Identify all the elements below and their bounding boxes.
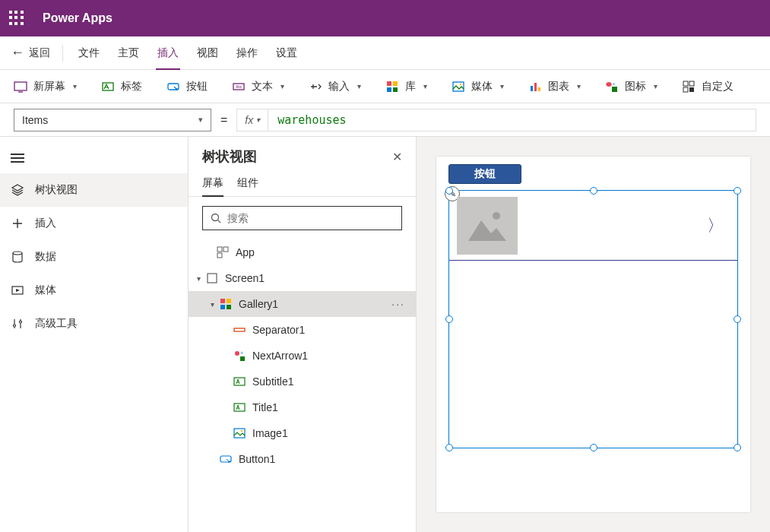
chevron-down-icon: ▾ (654, 82, 658, 90)
svg-rect-26 (223, 247, 228, 252)
menu-view[interactable]: 视图 (188, 36, 227, 70)
tree-node-separator1[interactable]: Separator1 (189, 317, 416, 343)
tree-search[interactable] (202, 206, 402, 230)
tree-node-screen1[interactable]: ▾ Screen1 (189, 265, 416, 291)
ribbon-media[interactable]: 媒体▾ (452, 80, 504, 93)
left-nav: 树状视图 插入 数据 媒体 高级工具 (0, 137, 189, 532)
svg-rect-32 (227, 305, 231, 309)
canvas-gallery-selection[interactable]: ✎ 〉 (448, 190, 738, 448)
menu-settings[interactable]: 设置 (267, 36, 306, 70)
more-icon[interactable]: ··· (391, 298, 405, 310)
ribbon-new-screen[interactable]: 新屏幕▾ (14, 80, 77, 93)
svg-rect-37 (234, 378, 245, 385)
media-nav-icon (11, 283, 24, 297)
ribbon-button[interactable]: 按钮 (166, 80, 208, 93)
svg-line-24 (218, 220, 221, 223)
resize-handle[interactable] (734, 187, 741, 195)
svg-rect-14 (538, 87, 540, 91)
svg-text:+: + (613, 81, 616, 86)
ribbon: 新屏幕▾ 标签 按钮 Abc 文本▾ 输入▾ 库▾ 媒体▾ 图表▾ + 图标▾ … (0, 70, 770, 103)
formula-bar: Items ▾ = fx▾ warehouses (0, 103, 770, 137)
resize-handle[interactable] (590, 187, 597, 195)
button-icon (219, 452, 233, 466)
resize-handle[interactable] (445, 187, 453, 195)
nav-media[interactable]: 媒体 (0, 274, 188, 307)
tree-node-app[interactable]: App (189, 239, 416, 265)
tab-screens[interactable]: 屏幕 (202, 170, 223, 196)
menu-action[interactable]: 操作 (227, 36, 267, 70)
image-placeholder[interactable] (457, 197, 518, 255)
nav-tree-view[interactable]: 树状视图 (0, 173, 188, 207)
canvas-button-control[interactable]: 按钮 (448, 164, 521, 184)
placeholder-icon (464, 207, 510, 245)
icon-control-icon: + (233, 349, 246, 363)
svg-rect-35 (240, 356, 245, 361)
nav-advanced-tools[interactable]: 高级工具 (0, 307, 188, 340)
tab-components[interactable]: 组件 (237, 170, 258, 196)
svg-text:Abc: Abc (236, 84, 242, 89)
tree-header: 树状视图 ✕ (189, 137, 416, 170)
nav-toggle[interactable] (0, 143, 188, 173)
layers-icon (11, 183, 24, 197)
formula-box: fx▾ warehouses (236, 109, 756, 131)
app-icon (216, 245, 230, 259)
ribbon-input[interactable]: 输入▾ (309, 80, 361, 93)
ribbon-custom[interactable]: 自定义 (682, 80, 734, 93)
close-icon[interactable]: ✕ (392, 150, 402, 164)
svg-rect-31 (220, 305, 225, 309)
tree-node-title1[interactable]: Title1 (189, 394, 416, 420)
equals-sign: = (220, 113, 227, 127)
resize-handle[interactable] (734, 444, 741, 451)
svg-rect-28 (208, 274, 217, 283)
nav-data[interactable]: 数据 (0, 240, 188, 274)
svg-rect-8 (387, 87, 391, 92)
chevron-right-icon[interactable]: 〉 (707, 214, 724, 237)
chevron-down-icon[interactable]: ▾ (192, 274, 205, 283)
chevron-down-icon[interactable]: ▾ (205, 300, 219, 309)
ribbon-label[interactable]: 标签 (101, 80, 142, 93)
tools-icon (11, 317, 24, 331)
tree-node-subtitle1[interactable]: Subtitle1 (189, 369, 416, 394)
svg-rect-27 (217, 253, 222, 258)
svg-rect-18 (689, 81, 694, 86)
svg-point-34 (235, 351, 239, 356)
menu-insert[interactable]: 插入 (148, 36, 188, 70)
svg-rect-20 (689, 87, 694, 92)
button-icon (166, 80, 180, 93)
search-input[interactable] (227, 212, 394, 224)
search-icon (211, 213, 221, 223)
tree-node-nextarrow1[interactable]: + NextArrow1 (189, 343, 416, 369)
svg-point-21 (13, 252, 22, 255)
ribbon-gallery[interactable]: 库▾ (385, 80, 427, 93)
plus-icon (11, 217, 24, 230)
resize-handle[interactable] (590, 444, 597, 451)
resize-handle[interactable] (445, 444, 453, 451)
gallery-template-row[interactable]: ✎ 〉 (449, 191, 737, 261)
tree-node-gallery1[interactable]: ▾ Gallery1 ··· (189, 291, 416, 317)
fx-label[interactable]: fx▾ (237, 109, 268, 131)
menu-file[interactable]: 文件 (69, 36, 109, 70)
resize-handle[interactable] (445, 315, 453, 323)
workspace: 树状视图 插入 数据 媒体 高级工具 树状视图 ✕ 屏幕 组件 (0, 137, 770, 532)
ribbon-icon[interactable]: + 图标▾ (605, 80, 658, 93)
formula-input[interactable]: warehouses (268, 113, 756, 127)
svg-point-23 (212, 214, 219, 221)
property-select[interactable]: Items ▾ (14, 109, 211, 131)
canvas[interactable]: 按钮 ✎ 〉 (436, 157, 750, 512)
resize-handle[interactable] (734, 315, 741, 323)
nav-insert[interactable]: 插入 (0, 207, 188, 240)
svg-rect-17 (683, 81, 688, 86)
screen-icon (14, 80, 27, 93)
ribbon-chart[interactable]: 图表▾ (528, 80, 581, 93)
title-bar: Power Apps (0, 0, 770, 36)
tree-node-button1[interactable]: Button1 (189, 446, 416, 472)
svg-point-40 (241, 430, 242, 432)
tree-title: 树状视图 (202, 147, 257, 166)
back-button[interactable]: ← 返回 (11, 45, 50, 61)
waffle-icon[interactable] (9, 11, 24, 26)
svg-rect-0 (14, 82, 27, 90)
ribbon-text[interactable]: Abc 文本▾ (232, 80, 284, 93)
menu-home[interactable]: 主页 (109, 36, 148, 70)
tree-node-image1[interactable]: Image1 (189, 420, 416, 446)
chevron-down-icon: ▾ (357, 82, 361, 90)
